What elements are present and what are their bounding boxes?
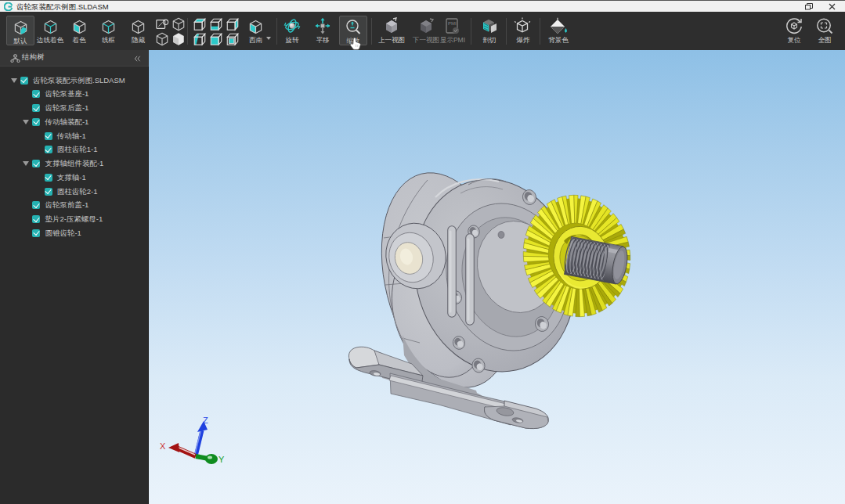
svg-text:Z: Z: [203, 416, 208, 425]
svg-text:PMI: PMI: [448, 21, 457, 26]
svg-text:X: X: [160, 441, 166, 451]
svg-text:Y: Y: [218, 455, 225, 464]
